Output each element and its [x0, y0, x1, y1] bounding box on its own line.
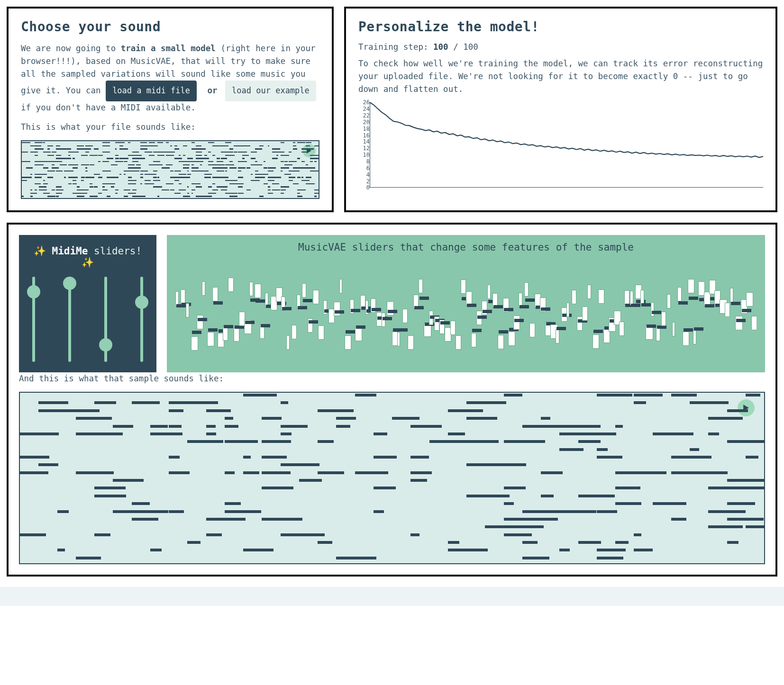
chart-ytick: 10 — [360, 152, 370, 158]
midi-note — [102, 183, 111, 185]
midi-note — [597, 549, 626, 551]
midi-note — [306, 183, 315, 185]
midi-note — [690, 471, 728, 474]
midi-note — [242, 152, 246, 153]
load-midi-button[interactable]: load a midi file — [106, 81, 197, 101]
mvae-chip — [508, 332, 515, 346]
sounds-like-label: This is what your file sounds like: — [21, 121, 319, 134]
midime-slider-thumb[interactable] — [63, 277, 76, 290]
load-example-button[interactable]: load our example — [225, 81, 316, 101]
midi-note — [243, 471, 259, 474]
mvae-chip — [566, 303, 570, 317]
midi-note — [191, 164, 194, 166]
midi-note — [183, 161, 192, 162]
midi-note — [191, 189, 195, 191]
midi-note — [196, 155, 202, 156]
mvae-chip — [725, 303, 730, 317]
play-sample-button[interactable] — [738, 399, 755, 416]
midi-note — [26, 167, 33, 169]
midi-note — [268, 189, 271, 191]
midi-note — [200, 161, 203, 162]
mvae-dot — [504, 308, 513, 311]
midi-note — [264, 183, 268, 185]
midi-note — [272, 148, 281, 150]
mvae-chip — [228, 278, 233, 292]
midi-note — [634, 394, 663, 397]
midi-note — [522, 557, 550, 559]
midi-note — [234, 167, 236, 169]
midi-note — [284, 164, 292, 166]
midi-note — [297, 196, 302, 197]
midi-note — [85, 171, 88, 172]
midime-slider-thumb[interactable] — [27, 285, 40, 298]
midi-note — [191, 142, 195, 144]
midi-note — [206, 533, 222, 536]
mvae-chip — [249, 282, 253, 296]
midi-note — [212, 167, 222, 169]
midi-note — [225, 425, 238, 428]
midi-note — [225, 152, 233, 153]
midi-note — [284, 174, 291, 175]
midi-note — [268, 193, 273, 194]
midi-note — [314, 193, 319, 194]
mvae-dot — [493, 305, 503, 308]
midi-note — [56, 148, 60, 150]
midi-note — [281, 142, 284, 144]
midi-note — [77, 186, 80, 188]
midi-note — [246, 189, 251, 191]
mvae-chip — [339, 279, 343, 293]
midi-note — [43, 167, 49, 169]
mvae-dot — [684, 328, 693, 332]
mvae-dot — [235, 325, 244, 329]
midi-note — [242, 161, 245, 162]
midi-note — [94, 417, 112, 420]
mvae-dot — [694, 327, 703, 331]
midi-note — [485, 495, 509, 497]
midi-note — [284, 167, 286, 169]
midi-note — [727, 541, 739, 544]
midi-note — [52, 152, 56, 153]
midime-slider-2[interactable] — [68, 277, 71, 362]
mvae-dot — [309, 320, 318, 324]
midi-note — [281, 161, 284, 162]
midi-note — [541, 510, 562, 513]
midi-note — [634, 533, 641, 536]
mvae-dot — [388, 310, 397, 313]
midi-note — [150, 518, 158, 521]
midi-note — [136, 196, 146, 197]
mvae-dot — [192, 331, 201, 334]
midi-note — [671, 502, 686, 505]
mvae-dot — [372, 308, 381, 311]
midi-note — [229, 193, 237, 194]
midime-slider-thumb[interactable] — [99, 338, 112, 352]
midi-note — [38, 456, 47, 459]
mvae-chip — [197, 315, 204, 329]
midi-note — [30, 189, 32, 191]
mvae-chip — [292, 325, 296, 339]
midi-note — [297, 177, 300, 178]
midi-note — [20, 471, 48, 474]
midi-note — [187, 174, 191, 175]
midi-note — [81, 180, 84, 181]
midi-note — [47, 193, 50, 194]
midi-note — [522, 518, 558, 521]
midi-note — [153, 177, 156, 178]
midi-note — [299, 533, 325, 536]
midi-note — [206, 425, 216, 428]
midime-slider-thumb[interactable] — [135, 296, 148, 309]
midi-note — [145, 183, 154, 185]
midi-note — [26, 177, 32, 178]
musicvae-feature-area[interactable] — [175, 256, 757, 366]
midi-note — [119, 174, 122, 175]
midime-slider-1[interactable] — [32, 277, 35, 362]
midi-note — [124, 161, 128, 162]
midi-note — [306, 148, 314, 150]
midi-note — [183, 167, 189, 169]
midi-note — [206, 433, 217, 435]
midime-slider-4[interactable] — [140, 277, 143, 362]
midi-note — [68, 183, 72, 185]
musicvae-sliders-box: MusicVAE sliders that change some featur… — [167, 235, 765, 372]
midi-note — [281, 425, 308, 428]
midi-note — [76, 471, 114, 474]
midime-slider-3[interactable] — [104, 277, 107, 362]
